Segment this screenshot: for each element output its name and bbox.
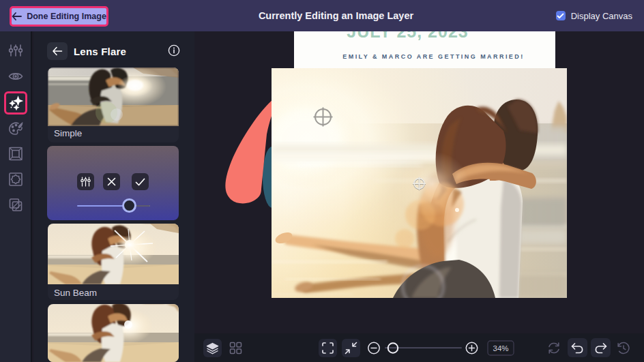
svg-text:34%: 34% bbox=[493, 344, 508, 352]
